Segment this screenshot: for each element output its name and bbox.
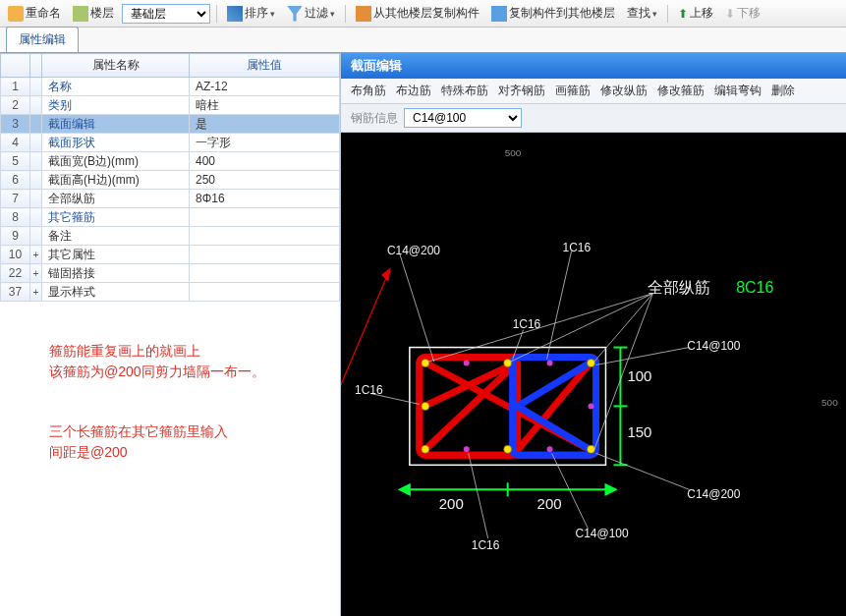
table-row[interactable]: 5截面宽(B边)(mm)400 [1,152,340,171]
floor-select[interactable]: 基础层 [122,4,210,24]
table-row[interactable]: 22+锚固搭接 [1,264,340,283]
section-tab[interactable]: 布边筋 [396,83,431,99]
svg-text:150: 150 [627,423,651,440]
arrow-up-icon: ⬆ [678,7,688,21]
svg-text:C14@100: C14@100 [687,339,740,353]
table-row[interactable]: 3截面编辑是 [1,115,340,134]
svg-line-8 [518,406,592,450]
moveup-button[interactable]: ⬆上移 [674,3,717,24]
svg-point-19 [464,446,470,452]
section-tab[interactable]: 删除 [771,83,795,99]
annotation-text: 箍筋能重复画上的就画上 该箍筋为@200同剪力墙隔一布一。 三个长箍筋在其它箍筋… [0,302,340,463]
svg-line-5 [518,363,592,451]
table-row[interactable]: 2类别暗柱 [1,96,340,115]
section-tab[interactable]: 布角筋 [351,83,386,99]
svg-text:100: 100 [627,367,651,384]
sort-icon [227,6,243,22]
svg-point-10 [504,360,512,367]
svg-text:8C16: 8C16 [736,279,773,296]
svg-line-30 [547,252,572,360]
svg-line-29 [400,254,434,363]
grid-label: 500 [821,397,838,408]
svg-text:C14@200: C14@200 [687,487,740,501]
copy-to-icon [491,6,507,22]
table-row[interactable]: 6截面高(H边)(mm)250 [1,171,340,190]
section-tab[interactable]: 修改箍筋 [657,83,705,99]
filter-button[interactable]: 过滤▾ [283,3,339,24]
svg-text:C14@200: C14@200 [387,244,440,257]
svg-text:1C16: 1C16 [563,241,592,254]
svg-point-9 [422,360,429,367]
copy-from-button[interactable]: 从其他楼层复制构件 [352,3,483,24]
svg-point-15 [588,445,595,453]
rebar-info-select[interactable]: C14@100 [404,108,522,128]
svg-text:C14@100: C14@100 [576,527,629,540]
main-toolbar: 重命名 楼层 基础层 排序▾ 过滤▾ 从其他楼层复制构件 复制构件到其他楼层 查… [0,0,846,28]
note-arrow [341,269,390,397]
svg-text:200: 200 [439,495,464,512]
svg-text:全部纵筋: 全部纵筋 [648,279,710,296]
table-row[interactable]: 1名称AZ-12 [1,78,340,96]
svg-marker-42 [382,269,390,281]
tag-icon [8,6,24,22]
copy-from-icon [356,6,371,22]
svg-line-37 [593,294,652,363]
svg-line-33 [595,453,689,489]
table-row[interactable]: 10+其它属性 [1,246,340,264]
section-tab[interactable]: 对齐钢筋 [498,83,545,99]
layers-icon [73,6,88,22]
svg-point-18 [589,403,594,409]
table-row[interactable]: 7全部纵筋8Φ16 [1,190,340,208]
property-panel: 属性名称 属性值 1名称AZ-122类别暗柱3截面编辑是4截面形状一字形5截面宽… [0,53,340,616]
svg-marker-27 [605,484,615,494]
arrow-down-icon: ⬇ [725,7,735,21]
table-row[interactable]: 37+显示样式 [1,283,340,302]
copy-to-button[interactable]: 复制构件到其他楼层 [487,3,619,24]
svg-line-7 [518,363,592,407]
section-panel: 截面编辑 布角筋布边筋特殊布筋对齐钢筋画箍筋修改纵筋修改箍筋编辑弯钩删除 钢筋信… [340,53,846,616]
section-title: 截面编辑 [341,53,846,79]
rename-button[interactable]: 重命名 [4,3,65,24]
svg-point-17 [547,361,553,366]
section-tab[interactable]: 画箍筋 [555,83,591,99]
svg-text:1C16: 1C16 [472,538,500,552]
section-tab[interactable]: 特殊布筋 [441,83,488,99]
svg-point-11 [588,360,595,367]
svg-line-41 [341,269,390,397]
floor-label: 楼层 [69,3,118,24]
col-name: 属性名称 [42,54,190,78]
svg-text:1C16: 1C16 [355,383,383,397]
table-row[interactable]: 4截面形状一字形 [1,134,340,152]
table-row[interactable]: 9备注 [1,227,340,246]
svg-point-13 [422,445,429,453]
section-tab[interactable]: 编辑弯钩 [714,83,761,99]
movedown-button[interactable]: ⬇下移 [721,3,764,24]
property-table: 属性名称 属性值 1名称AZ-122类别暗柱3截面编辑是4截面形状一字形5截面宽… [0,53,340,302]
tab-strip: 属性编辑 [0,28,846,53]
section-canvas[interactable]: 500 500 [341,133,846,616]
svg-line-34 [469,453,488,538]
tab-property-edit[interactable]: 属性编辑 [6,27,79,52]
svg-point-12 [422,402,429,410]
rebar-info-label: 钢筋信息 [351,110,398,127]
grid-label: 500 [505,147,522,158]
svg-point-20 [547,446,553,452]
section-tabs: 布角筋布边筋特殊布筋对齐钢筋画箍筋修改纵筋修改箍筋编辑弯钩删除 [341,79,846,104]
svg-point-16 [464,361,470,366]
svg-marker-26 [400,484,410,494]
svg-text:1C16: 1C16 [513,317,541,331]
svg-point-14 [504,445,512,453]
svg-line-32 [595,348,689,365]
table-row[interactable]: 8其它箍筋 [1,208,340,227]
svg-text:200: 200 [537,495,562,512]
col-index [1,54,30,78]
filter-icon [287,6,303,22]
sort-button[interactable]: 排序▾ [223,3,279,24]
col-value: 属性值 [190,54,340,78]
section-tab[interactable]: 修改纵筋 [600,83,648,99]
find-button[interactable]: 查找▾ [623,3,661,24]
